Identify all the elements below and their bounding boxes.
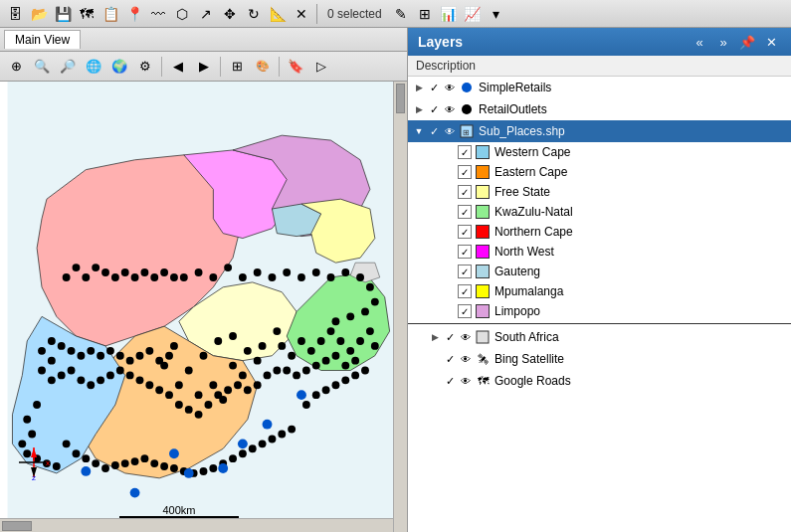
svg-point-61 (48, 357, 56, 365)
legend-item-gauteng[interactable]: ✓ Gauteng (408, 262, 791, 281)
eye-subplaces[interactable]: 👁 (442, 123, 458, 139)
svg-point-30 (332, 352, 340, 360)
layers-close-icon[interactable]: ✕ (761, 32, 781, 52)
layers-icon[interactable]: 📋 (99, 3, 121, 25)
expand-retailoutlets[interactable]: ▶ (412, 102, 426, 116)
map-area[interactable]: z x 400km (0, 82, 407, 532)
svg-point-70 (116, 352, 124, 360)
bookmark-icon[interactable]: 🔖 (284, 55, 307, 79)
layer-item-googleroads[interactable]: ✓ 👁 🗺 Google Roads (408, 370, 791, 392)
check-freestate[interactable]: ✓ (458, 185, 472, 199)
globe-1-icon[interactable]: 🌐 (82, 55, 105, 79)
svg-point-37 (264, 371, 272, 379)
check-westerncape[interactable]: ✓ (458, 145, 472, 159)
prev-extent-icon[interactable]: ◀ (166, 55, 190, 79)
legend-item-easterncape[interactable]: ✓ Eastern Cape (408, 162, 791, 182)
check-gauteng[interactable]: ✓ (458, 265, 472, 278)
layers-header: Layers « » 📌 ✕ (408, 28, 791, 56)
vertical-scrollbar[interactable] (393, 82, 407, 532)
check-easterncape[interactable]: ✓ (458, 165, 472, 179)
table-icon[interactable]: ⊞ (414, 3, 436, 25)
eye-bingsatellite[interactable]: 👁 (458, 351, 474, 367)
layers-content[interactable]: ▶ ✓ 👁 SimpleRetails ▶ ✓ 👁 RetailOutlets (408, 77, 791, 532)
settings-icon[interactable]: ⚙ (133, 55, 157, 79)
layer-item-retailoutlets[interactable]: ▶ ✓ 👁 RetailOutlets (408, 98, 791, 120)
svg-point-134 (341, 376, 349, 384)
measure-icon[interactable]: 📐 (267, 3, 289, 25)
grid-icon[interactable]: ⊞ (225, 55, 249, 79)
more-icon[interactable]: ▾ (486, 3, 507, 25)
edit-icon[interactable]: ✎ (390, 3, 412, 25)
icon-googleroads: 🗺 (474, 372, 492, 390)
select-icon[interactable]: ↗ (195, 3, 217, 25)
check-southafrica[interactable]: ✓ (442, 329, 458, 345)
check-northerncape[interactable]: ✓ (458, 225, 472, 239)
play-icon[interactable]: ▷ (309, 55, 333, 79)
expand-subplaces[interactable]: ▼ (412, 124, 426, 138)
legend-item-northwest[interactable]: ✓ North West (408, 242, 791, 262)
check-googleroads[interactable]: ✓ (442, 373, 458, 389)
svg-point-29 (341, 362, 349, 370)
expand-southafrica[interactable]: ▶ (428, 330, 442, 344)
svg-point-144 (53, 462, 61, 470)
legend-item-mpumalanga[interactable]: ✓ Mpumalanga (408, 281, 791, 301)
next-extent-icon[interactable]: ▶ (192, 55, 216, 79)
expand-simpleretails[interactable]: ▶ (412, 81, 426, 94)
swatch-mpumalanga (476, 284, 490, 298)
save-icon[interactable]: 💾 (52, 3, 74, 25)
layers-back-icon[interactable]: « (690, 32, 709, 52)
check-limpopo[interactable]: ✓ (458, 304, 472, 318)
style-icon[interactable]: 🎨 (251, 55, 275, 79)
layers-forward-icon[interactable]: » (713, 32, 733, 52)
zoom-out-icon[interactable]: 🔎 (56, 55, 80, 79)
scrollbar-thumb[interactable] (396, 84, 405, 113)
h-scrollbar-thumb[interactable] (2, 521, 32, 531)
layer-item-subplaces[interactable]: ▼ ✓ 👁 ⊞ Sub_Places.shp (408, 120, 791, 142)
check-mpumalanga[interactable]: ✓ (458, 284, 472, 298)
main-view-tab[interactable]: Main View (4, 30, 81, 49)
chart-icon[interactable]: 📈 (462, 3, 484, 25)
check-simpleretails[interactable]: ✓ (426, 80, 442, 95)
check-northwest[interactable]: ✓ (458, 245, 472, 259)
check-kwazulunatal[interactable]: ✓ (458, 205, 472, 219)
close-icon[interactable]: ✕ (291, 3, 312, 25)
layers-pin-icon[interactable]: 📌 (737, 32, 757, 52)
svg-point-11 (239, 371, 247, 379)
eye-googleroads[interactable]: 👁 (458, 373, 474, 389)
map-icon[interactable]: 🗺 (76, 3, 98, 25)
check-bingsatellite[interactable]: ✓ (442, 351, 458, 367)
swatch-northwest (476, 245, 490, 259)
layer-item-southafrica[interactable]: ▶ ✓ 👁 South Africa (408, 326, 791, 348)
eye-simpleretails[interactable]: 👁 (442, 80, 458, 95)
check-retailoutlets[interactable]: ✓ (426, 101, 442, 117)
globe-2-icon[interactable]: 🌍 (107, 55, 131, 79)
legend-item-freestate[interactable]: ✓ Free State (408, 182, 791, 202)
eye-retailoutlets[interactable]: 👁 (442, 101, 458, 117)
move-icon[interactable]: ✥ (219, 3, 241, 25)
legend-item-limpopo[interactable]: ✓ Limpopo (408, 301, 791, 321)
svg-point-48 (155, 386, 163, 394)
zoom-full-icon[interactable]: ⊕ (4, 55, 28, 79)
legend-item-northerncape[interactable]: ✓ Northern Cape (408, 222, 791, 242)
zoom-in-icon[interactable]: 🔍 (30, 55, 54, 79)
svg-point-12 (254, 357, 262, 365)
svg-point-84 (297, 273, 305, 281)
label-simpleretails: SimpleRetails (479, 81, 787, 94)
open-icon[interactable]: 📂 (28, 3, 50, 25)
svg-point-63 (48, 337, 56, 345)
check-subplaces[interactable]: ✓ (426, 123, 442, 139)
polygon-icon[interactable]: ⬡ (171, 3, 193, 25)
legend-item-kwazulunatal[interactable]: ✓ KwaZulu-Natal (408, 202, 791, 222)
rotate-icon[interactable]: ↻ (243, 3, 265, 25)
pin-icon[interactable]: 📍 (123, 3, 145, 25)
export-icon[interactable]: 📊 (438, 3, 460, 25)
line-icon[interactable]: 〰 (147, 3, 169, 25)
layer-item-bingsatellite[interactable]: ✓ 👁 🛰 Bing Satellite (408, 348, 791, 370)
eye-southafrica[interactable]: 👁 (458, 329, 474, 345)
selected-count-label: 0 selected (327, 7, 382, 21)
legend-item-westerncape[interactable]: ✓ Western Cape (408, 142, 791, 162)
menu-icon[interactable]: 🗄 (4, 3, 26, 25)
svg-point-73 (145, 347, 153, 355)
horizontal-scrollbar[interactable] (0, 518, 393, 532)
layer-item-simpleretails[interactable]: ▶ ✓ 👁 SimpleRetails (408, 77, 791, 98)
